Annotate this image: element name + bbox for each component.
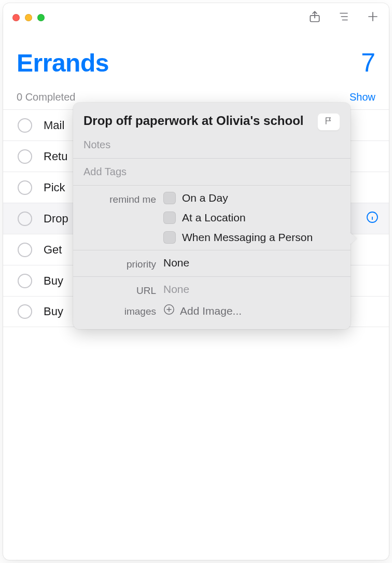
reminder-detail-title[interactable]: Drop off paperwork at Olivia's school <box>83 113 317 129</box>
remind-when-messaging-option[interactable]: When Messaging a Person <box>163 231 340 244</box>
show-completed-link[interactable]: Show <box>349 91 375 103</box>
reminder-title: Pick <box>44 181 65 194</box>
flag-button[interactable] <box>317 113 340 131</box>
complete-toggle[interactable] <box>18 243 32 257</box>
list-header: Errands 7 <box>3 32 389 82</box>
option-label: When Messaging a Person <box>182 231 313 244</box>
remind-me-section: remind me On a Day At a Location When Me… <box>73 190 351 246</box>
toolbar <box>308 10 380 25</box>
zoom-window-button[interactable] <box>37 14 45 21</box>
window-controls <box>12 14 45 21</box>
add-image-button[interactable]: Add Image... <box>163 304 340 318</box>
separator <box>73 250 351 250</box>
remind-me-label: remind me <box>83 192 156 205</box>
images-section: images Add Image... <box>73 299 351 320</box>
info-icon[interactable] <box>366 211 379 227</box>
complete-toggle[interactable] <box>18 180 32 195</box>
list-icon[interactable] <box>337 10 351 25</box>
url-label: URL <box>83 283 156 297</box>
titlebar <box>3 3 389 32</box>
reminder-title: Buy <box>44 305 63 318</box>
separator <box>73 158 351 159</box>
close-window-button[interactable] <box>12 14 20 21</box>
list-count: 7 <box>361 48 375 78</box>
reminder-details-popover: Drop off paperwork at Olivia's school No… <box>73 103 351 329</box>
reminder-title: Drop <box>44 212 68 226</box>
priority-section: priority None <box>73 255 351 272</box>
checkbox[interactable] <box>163 212 176 224</box>
remind-on-day-option[interactable]: On a Day <box>163 192 340 204</box>
complete-toggle[interactable] <box>18 118 32 133</box>
flag-icon <box>324 116 333 128</box>
images-label: images <box>83 304 156 317</box>
reminder-title: Buy <box>44 274 63 288</box>
complete-toggle[interactable] <box>18 304 32 319</box>
complete-toggle[interactable] <box>18 149 32 164</box>
priority-value[interactable]: None <box>163 257 340 269</box>
share-icon[interactable] <box>308 10 321 25</box>
separator <box>73 276 351 277</box>
url-section: URL None <box>73 281 351 299</box>
url-value[interactable]: None <box>163 283 340 295</box>
reminder-title: Retu <box>44 150 67 163</box>
remind-at-location-option[interactable]: At a Location <box>163 212 340 224</box>
app-window: Errands 7 0 Completed Show Mail Retu Pic… <box>3 3 389 560</box>
checkbox[interactable] <box>163 231 176 244</box>
add-image-label: Add Image... <box>180 305 242 317</box>
minimize-window-button[interactable] <box>25 14 32 21</box>
complete-toggle[interactable] <box>18 212 32 226</box>
list-title: Errands <box>17 49 109 77</box>
completed-count: 0 Completed <box>17 91 75 103</box>
tags-field[interactable]: Add Tags <box>73 163 351 181</box>
reminder-title: Get <box>44 243 62 257</box>
notes-field[interactable]: Notes <box>73 136 351 154</box>
priority-label: priority <box>83 257 156 270</box>
complete-toggle[interactable] <box>18 274 32 288</box>
separator <box>73 185 351 186</box>
plus-circle-icon <box>163 304 175 318</box>
add-icon[interactable] <box>366 10 380 25</box>
option-label: At a Location <box>182 212 246 224</box>
reminder-title: Mail <box>44 119 64 132</box>
option-label: On a Day <box>182 192 228 204</box>
checkbox[interactable] <box>163 192 176 204</box>
